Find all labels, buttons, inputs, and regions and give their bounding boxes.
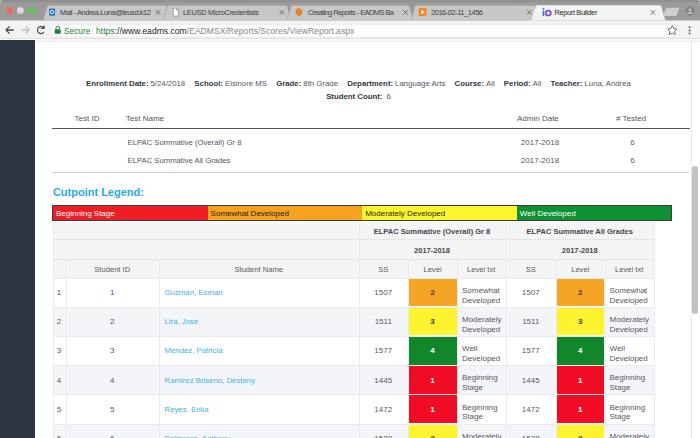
svg-text:https://www.eadms.com/EADMSX/R: https://www.eadms.com/EADMSX/Reports/Sco… [96,26,355,36]
svg-text:Secure: Secure [64,26,91,36]
svg-text:LEUSD MicroCredentials: LEUSD MicroCredentials [183,8,259,17]
svg-text:Report Builder: Report Builder [554,8,598,17]
svg-text:Creating Reports - EADMS Ba: Creating Reports - EADMS Ba [308,8,395,17]
svg-text:2016-02-11_1456: 2016-02-11_1456 [431,8,483,17]
svg-text:Mail - Andrea.Luna@leusd.k12: Mail - Andrea.Luna@leusd.k12 [60,8,151,17]
